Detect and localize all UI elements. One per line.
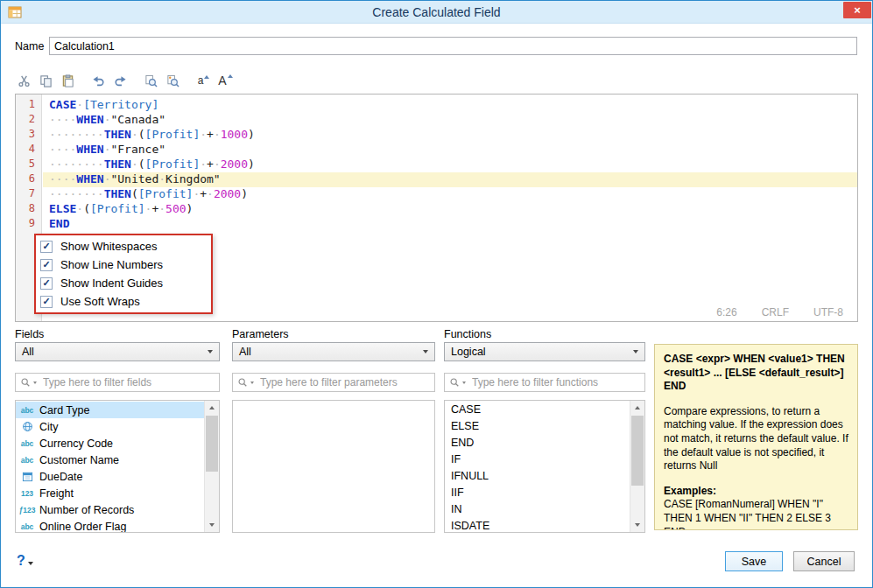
find-button[interactable] [140, 71, 162, 90]
menu-item-label: Show Whitespaces [60, 240, 158, 253]
line-number: 5 [16, 158, 41, 172]
cancel-button[interactable]: Cancel [793, 551, 855, 571]
line-number: 7 [16, 187, 41, 202]
function-item-end[interactable]: END [445, 435, 630, 452]
abc-icon: abc [19, 439, 35, 448]
checkbox-icon[interactable]: ✓ [40, 241, 53, 253]
field-item-duedate[interactable]: DueDate [16, 468, 204, 485]
parameters-filter-input[interactable] [258, 375, 430, 389]
undo-button[interactable] [88, 71, 109, 90]
parameters-type-dropdown[interactable]: All [232, 342, 435, 361]
window-title: Create Calculated Field [372, 5, 500, 19]
field-item-currency-code[interactable]: abcCurrency Code [16, 435, 204, 452]
scroll-down-button[interactable] [630, 518, 644, 532]
find-replace-button[interactable] [162, 71, 184, 90]
decrease-font-button[interactable]: a [193, 71, 215, 90]
cut-button[interactable] [13, 71, 35, 90]
menu-item-use-soft-wraps[interactable]: ✓Use Soft Wraps [36, 292, 211, 311]
close-button[interactable]: × [843, 2, 871, 18]
abc-icon: abc [19, 456, 35, 465]
code-line-9[interactable]: END [43, 217, 857, 232]
globe-icon [19, 421, 35, 432]
code-line-4[interactable]: ····WHEN·"France" [43, 143, 857, 158]
paste-icon [61, 74, 74, 88]
scroll-thumb[interactable] [206, 416, 218, 472]
function-item-isdate[interactable]: ISDATE [445, 518, 630, 533]
function-item-in[interactable]: IN [445, 501, 630, 518]
field-item-label: DueDate [39, 471, 82, 483]
fields-scrollbar[interactable] [204, 401, 219, 532]
field-item-freight[interactable]: 123Freight [16, 485, 204, 501]
menu-item-show-indent-guides[interactable]: ✓Show Indent Guides [36, 274, 211, 292]
abc-icon: abc [19, 406, 35, 415]
calculation-name-input[interactable] [49, 37, 857, 55]
functions-scrollbar[interactable] [630, 401, 644, 532]
code-line-5[interactable]: ········THEN·([Profit]·+·2000) [43, 158, 857, 172]
parameters-list [232, 400, 435, 533]
titlebar: Create Calculated Field × [1, 1, 872, 24]
editor-toolbar: a A [13, 71, 236, 90]
help-menu-button[interactable]: ? [17, 553, 33, 569]
scroll-thumb[interactable] [631, 416, 644, 486]
line-number: 4 [16, 143, 41, 158]
scroll-down-button[interactable] [205, 518, 219, 532]
fields-filter-input[interactable] [41, 375, 215, 389]
parameters-filter-box[interactable] [232, 373, 435, 392]
chevron-down-icon [423, 350, 428, 354]
functions-category-dropdown[interactable]: Logical [444, 342, 645, 361]
redo-icon [114, 74, 127, 88]
line-number: 3 [16, 128, 41, 143]
editor-context-menu: ✓Show Whitespaces✓Show Line Numbers✓Show… [36, 235, 211, 312]
scroll-up-button[interactable] [630, 401, 644, 415]
checkbox-icon[interactable]: ✓ [40, 277, 53, 290]
app-icon [8, 5, 22, 19]
code-line-3[interactable]: ········THEN·([Profit]·+·1000) [43, 128, 857, 143]
functions-filter-input[interactable] [470, 375, 640, 389]
menu-item-show-whitespaces[interactable]: ✓Show Whitespaces [36, 237, 211, 256]
code-line-8[interactable]: ELSE·([Profit]·+·500) [43, 202, 857, 217]
code-line-6[interactable]: ····WHEN·"United·Kingdom" [43, 172, 857, 187]
paste-button[interactable] [57, 71, 79, 90]
function-item-case[interactable]: CASE [445, 402, 630, 418]
code-line-7[interactable]: ········THEN([Profit]·+·2000) [43, 187, 857, 202]
function-item-if[interactable]: IF [445, 452, 630, 468]
decrease-font-icon: a [198, 74, 210, 87]
line-number: 9 [16, 217, 41, 232]
functions-dropdown-value: Logical [451, 346, 486, 358]
function-item-ifnull[interactable]: IFNULL [445, 468, 630, 485]
fields-type-dropdown[interactable]: All [15, 342, 220, 361]
field-item-number-of-records[interactable]: ƒ123Number of Records [16, 501, 204, 518]
functions-filter-box[interactable] [444, 373, 645, 392]
help-icon: ? [17, 553, 25, 569]
menu-item-label: Use Soft Wraps [60, 295, 140, 308]
menu-item-show-line-numbers[interactable]: ✓Show Line Numbers [36, 256, 211, 274]
field-item-label: Number of Records [39, 504, 134, 516]
function-item-iif[interactable]: IIF [445, 485, 630, 501]
save-button[interactable]: Save [725, 551, 783, 571]
checkbox-icon[interactable]: ✓ [40, 259, 53, 271]
functions-panel: Functions Logical CASEELSEENDIFIFNULLIIF… [444, 328, 645, 533]
scroll-up-button[interactable] [205, 401, 219, 415]
code-line-1[interactable]: CASE·[Territory] [43, 98, 857, 113]
search-icon [237, 377, 248, 388]
code-area[interactable]: CASE·[Territory]····WHEN·"Canada"·······… [43, 94, 857, 232]
line-number: 1 [16, 98, 41, 113]
name-label: Name [15, 40, 49, 52]
find-icon [144, 74, 158, 88]
field-item-customer-name[interactable]: abcCustomer Name [16, 452, 204, 468]
increase-font-button[interactable]: A [215, 71, 236, 90]
function-example: CASE [RomanNumeral] WHEN "I" THEN 1 WHEN… [664, 498, 848, 530]
chevron-down-icon [33, 382, 37, 384]
field-item-card-type[interactable]: abcCard Type [16, 402, 204, 418]
chevron-down-icon [250, 382, 254, 384]
code-line-2[interactable]: ····WHEN·"Canada" [43, 113, 857, 128]
line-number: 6 [16, 172, 41, 187]
field-item-online-order-flag[interactable]: abcOnline Order Flag [16, 518, 204, 533]
redo-button[interactable] [109, 71, 131, 90]
function-item-else[interactable]: ELSE [445, 418, 630, 435]
checkbox-icon[interactable]: ✓ [40, 296, 53, 308]
fields-filter-box[interactable] [15, 373, 220, 392]
field-item-city[interactable]: City [16, 418, 204, 435]
copy-button[interactable] [35, 71, 57, 90]
field-item-label: Online Order Flag [39, 521, 126, 533]
